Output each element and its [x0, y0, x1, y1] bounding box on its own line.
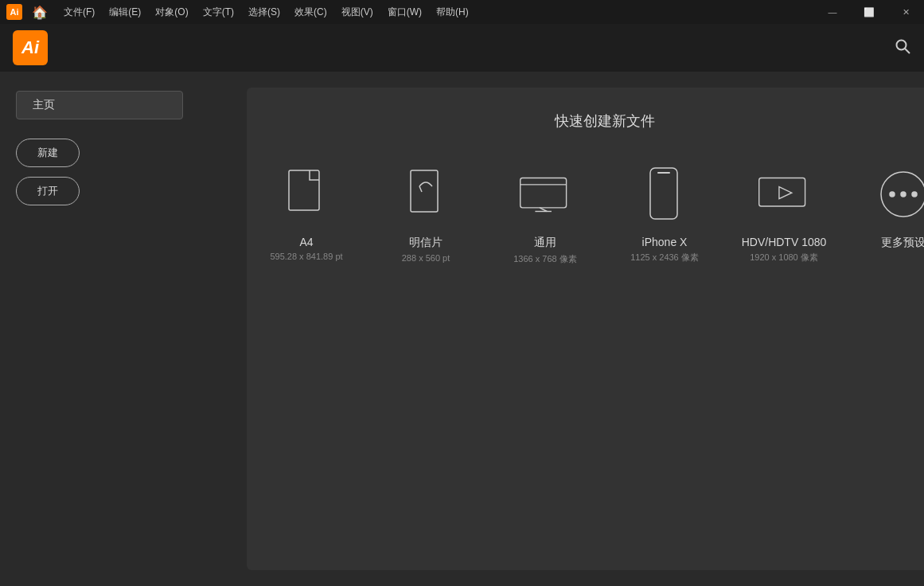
presets-row: A4 595.28 x 841.89 pt 明信片 288 x 560 pt	[263, 162, 924, 265]
minimize-button[interactable]: —	[814, 0, 851, 24]
svg-point-16	[912, 192, 917, 197]
preset-general-icon	[517, 162, 573, 226]
app-logo: Ai	[13, 30, 48, 65]
preset-more[interactable]: 更多预设	[860, 162, 924, 253]
svg-point-15	[901, 192, 906, 197]
svg-rect-5	[520, 178, 567, 207]
svg-rect-9	[650, 168, 677, 219]
main-content: 主页 新建 打开 快速创建新文件 A4 595.28 x 841.89 pt	[0, 72, 924, 586]
preset-postcard-size: 288 x 560 pt	[402, 253, 450, 263]
svg-line-1	[905, 49, 910, 53]
menu-item-视图[interactable]: 视图(V)	[335, 2, 380, 22]
preset-a4-size: 595.28 x 841.89 pt	[270, 252, 342, 261]
svg-line-4	[419, 186, 422, 192]
window-controls: — ⬜ ✕	[814, 0, 924, 24]
preset-postcard-icon	[398, 162, 454, 226]
preset-postcard-name: 明信片	[409, 236, 443, 250]
close-button[interactable]: ✕	[887, 0, 924, 24]
menu-item-编辑[interactable]: 编辑(E)	[103, 2, 147, 22]
svg-rect-3	[411, 170, 438, 212]
preset-iphone-name: iPhone X	[642, 236, 688, 248]
preset-a4[interactable]: A4 595.28 x 841.89 pt	[263, 162, 350, 261]
preset-hdtv-icon	[756, 162, 812, 226]
search-button[interactable]	[894, 37, 911, 59]
menu-item-窗口[interactable]: 窗口(W)	[381, 2, 428, 22]
open-button[interactable]: 打开	[16, 177, 80, 205]
preset-general[interactable]: 通用 1366 x 768 像素	[501, 162, 589, 265]
titlebar: Ai 🏠 文件(F)编辑(E)对象(O)文字(T)选择(S)效果(C)视图(V)…	[0, 0, 924, 24]
restore-button[interactable]: ⬜	[851, 0, 887, 24]
preset-a4-name: A4	[299, 236, 313, 248]
sidebar: 主页 新建 打开	[0, 72, 239, 586]
preset-iphone[interactable]: iPhone X 1125 x 2436 像素	[621, 162, 708, 264]
preset-hdtv-size: 1920 x 1080 像素	[750, 252, 818, 264]
menu-item-对象[interactable]: 对象(O)	[149, 2, 194, 22]
menu-item-帮助[interactable]: 帮助(H)	[430, 2, 475, 22]
svg-rect-11	[759, 178, 805, 205]
preset-iphone-size: 1125 x 2436 像素	[630, 252, 699, 264]
preset-more-icon	[875, 162, 924, 226]
menu-item-选择[interactable]: 选择(S)	[242, 2, 287, 22]
new-button[interactable]: 新建	[16, 139, 80, 167]
preset-more-name: 更多预设	[881, 236, 924, 250]
svg-marker-12	[779, 187, 792, 199]
home-tab[interactable]: 主页	[16, 91, 183, 119]
quick-create-panel: 快速创建新文件 A4 595.28 x 841.89 pt	[247, 88, 924, 570]
preset-general-size: 1366 x 768 像素	[513, 253, 577, 265]
titlebar-logo: Ai	[6, 4, 22, 20]
menu-item-文件[interactable]: 文件(F)	[57, 2, 101, 22]
titlebar-menu: 文件(F)编辑(E)对象(O)文字(T)选择(S)效果(C)视图(V)窗口(W)…	[57, 2, 918, 22]
menu-item-效果[interactable]: 效果(C)	[288, 2, 333, 22]
menu-item-文字[interactable]: 文字(T)	[197, 2, 240, 22]
svg-point-14	[890, 192, 895, 197]
titlebar-home-icon[interactable]: 🏠	[32, 5, 48, 20]
svg-point-0	[897, 40, 906, 49]
app-header: Ai	[0, 24, 924, 72]
svg-rect-2	[289, 170, 319, 210]
preset-general-name: 通用	[534, 236, 556, 250]
svg-line-7	[540, 207, 547, 211]
quick-panel-title: 快速创建新文件	[555, 111, 655, 131]
preset-iphone-icon	[637, 162, 692, 226]
preset-hdtv-name: HDV/HDTV 1080	[742, 236, 827, 248]
preset-hdtv[interactable]: HDV/HDTV 1080 1920 x 1080 像素	[740, 162, 828, 264]
preset-a4-icon	[279, 162, 334, 226]
preset-postcard[interactable]: 明信片 288 x 560 pt	[382, 162, 470, 263]
